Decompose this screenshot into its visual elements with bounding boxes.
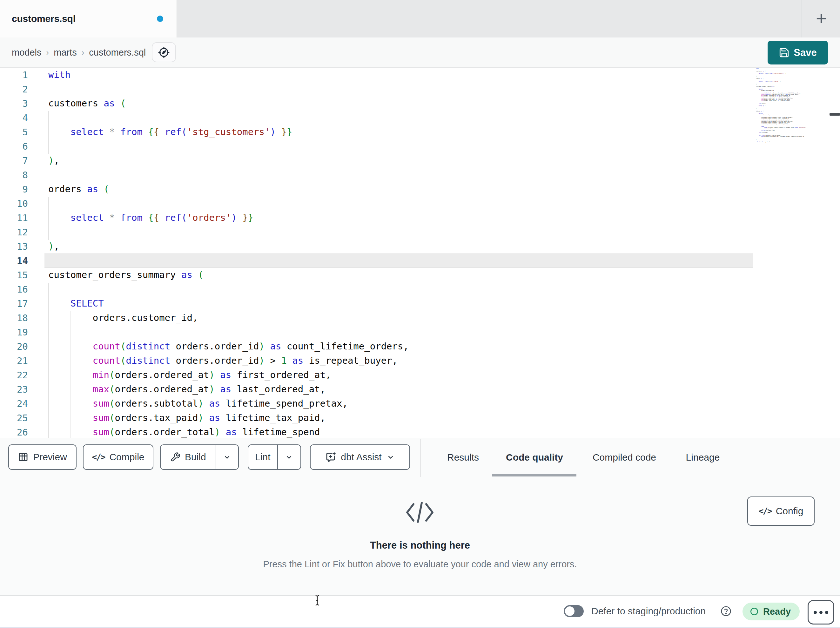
code-line-15[interactable]: 15customer_orders_summary as (	[0, 268, 753, 282]
save-button[interactable]: Save	[767, 41, 828, 65]
more-options-button[interactable]	[808, 600, 834, 625]
line-number: 14	[0, 255, 44, 266]
code-text[interactable]	[44, 82, 753, 96]
help-icon[interactable]	[720, 606, 732, 617]
code-text[interactable]	[44, 139, 753, 153]
code-line-6[interactable]: 6	[0, 139, 753, 153]
tab-code-quality[interactable]: Code quality	[498, 438, 571, 477]
window-bottom-edge	[0, 627, 840, 628]
save-button-label: Save	[794, 47, 816, 59]
code-text[interactable]: select * from {{ ref('stg_customers') }}	[44, 125, 753, 139]
code-text[interactable]: ),	[44, 239, 753, 253]
code-text[interactable]: ),	[44, 153, 753, 168]
line-number: 21	[0, 356, 44, 366]
code-line-16[interactable]: 16	[0, 282, 753, 296]
code-line-21[interactable]: 21 count(distinct orders.order_id) > 1 a…	[0, 354, 753, 368]
build-options-button[interactable]	[216, 445, 238, 469]
defer-toggle[interactable]	[564, 605, 584, 617]
code-text[interactable]: customer_orders_summary as (	[44, 268, 753, 282]
editor-lines: 1with23customers as (45 select * from {{…	[0, 68, 753, 438]
code-line-9[interactable]: 9orders as (	[0, 182, 753, 196]
code-line-22[interactable]: 22 min(orders.ordered_at) as first_order…	[0, 368, 753, 382]
code-text[interactable]	[44, 325, 753, 339]
line-number: 5	[0, 127, 44, 138]
file-tab-customers-sql[interactable]: customers.sql	[0, 0, 177, 38]
breadcrumb-item-customers-sql: customers.sql	[89, 47, 146, 58]
code-line-17[interactable]: 17 SELECT	[0, 296, 753, 311]
breadcrumb-item-marts[interactable]: marts	[54, 47, 77, 58]
code-line-25[interactable]: 25 sum(orders.tax_paid) as lifetime_tax_…	[0, 411, 753, 425]
breadcrumb-bar: models › marts › customers.sql	[0, 38, 840, 68]
code-line-14[interactable]: 14	[0, 253, 753, 268]
editor-scrollbar-thumb[interactable]	[829, 113, 840, 115]
code-text[interactable]: SELECT	[44, 296, 753, 311]
line-number: 7	[0, 155, 44, 166]
status-badge-label: Ready	[763, 606, 791, 617]
code-line-1[interactable]: 1with	[0, 68, 753, 82]
code-text[interactable]: customers as (	[44, 96, 753, 111]
code-line-24[interactable]: 24 sum(orders.subtotal) as lifetime_spen…	[0, 396, 753, 411]
code-line-8[interactable]: 8	[0, 168, 753, 182]
code-text[interactable]: min(orders.ordered_at) as first_ordered_…	[44, 368, 753, 382]
code-line-12[interactable]: 12	[0, 225, 753, 239]
line-number: 24	[0, 398, 44, 409]
build-button[interactable]: Build	[161, 445, 216, 469]
code-line-7[interactable]: 7),	[0, 153, 753, 168]
preview-button[interactable]: Preview	[8, 445, 77, 470]
save-icon	[779, 47, 789, 58]
code-text[interactable]: max(orders.ordered_at) as last_ordered_a…	[44, 382, 753, 396]
assist-chat-sparkle-icon	[325, 451, 336, 463]
line-number: 3	[0, 98, 44, 109]
code-text[interactable]: select * from {{ ref('orders') }}	[44, 210, 753, 225]
dbt-cloud-ide: customers.sql + models › marts › custome…	[0, 0, 840, 628]
line-number: 25	[0, 413, 44, 424]
code-text[interactable]	[44, 111, 753, 125]
config-button[interactable]: </> Config	[747, 497, 815, 526]
line-number: 26	[0, 427, 44, 438]
breadcrumb-item-models[interactable]: models	[12, 47, 42, 58]
code-text[interactable]: count(distinct orders.order_id) as count…	[44, 339, 753, 354]
line-number: 6	[0, 141, 44, 152]
code-line-20[interactable]: 20 count(distinct orders.order_id) as co…	[0, 339, 753, 354]
build-split-button: Build	[160, 445, 239, 470]
defer-label: Defer to staging/production	[591, 596, 706, 627]
lint-button[interactable]: Lint	[248, 445, 277, 469]
code-text[interactable]: orders as (	[44, 182, 753, 196]
code-text[interactable]: sum(orders.subtotal) as lifetime_spend_p…	[44, 396, 753, 411]
code-line-2[interactable]: 2	[0, 82, 753, 96]
compile-button[interactable]: </> Compile	[83, 445, 153, 470]
code-text[interactable]	[44, 168, 753, 182]
table-icon	[18, 452, 28, 462]
code-editor[interactable]: 1with23customers as (45 select * from {{…	[0, 68, 840, 438]
tab-results[interactable]: Results	[439, 438, 487, 477]
code-text[interactable]	[44, 225, 753, 239]
preview-button-label: Preview	[33, 452, 67, 462]
new-tab-button[interactable]: +	[809, 6, 833, 30]
code-line-18[interactable]: 18 orders.customer_id,	[0, 311, 753, 325]
code-text[interactable]	[44, 282, 753, 296]
tab-lineage[interactable]: Lineage	[677, 438, 728, 477]
code-line-23[interactable]: 23 max(orders.ordered_at) as last_ordere…	[0, 382, 753, 396]
code-text[interactable]: with	[44, 68, 753, 82]
code-text[interactable]: count(distinct orders.order_id) > 1 as i…	[44, 354, 753, 368]
code-line-4[interactable]: 4	[0, 111, 753, 125]
tab-compiled-code[interactable]: Compiled code	[583, 438, 666, 477]
code-text[interactable]	[44, 196, 753, 210]
code-text[interactable]: orders.customer_id,	[44, 311, 753, 325]
dbt-assist-button[interactable]: dbt Assist	[310, 445, 410, 470]
explore-lineage-button[interactable]	[152, 42, 176, 62]
code-line-13[interactable]: 13),	[0, 239, 753, 253]
lint-options-button[interactable]	[278, 445, 300, 469]
code-text[interactable]: sum(orders.tax_paid) as lifetime_tax_pai…	[44, 411, 753, 425]
code-line-3[interactable]: 3customers as (	[0, 96, 753, 111]
ellipsis-icon	[814, 611, 817, 614]
code-line-5[interactable]: 5 select * from {{ ref('stg_customers') …	[0, 125, 753, 139]
code-text[interactable]: sum(orders.order_total) as lifetime_spen…	[44, 425, 753, 438]
code-line-11[interactable]: 11 select * from {{ ref('orders') }}	[0, 210, 753, 225]
code-line-19[interactable]: 19	[0, 325, 753, 339]
status-circle-icon	[750, 607, 759, 616]
minimap[interactable]: withcustomers as ( select * from {{ ref(…	[756, 68, 828, 160]
code-line-26[interactable]: 26 sum(orders.order_total) as lifetime_s…	[0, 425, 753, 438]
code-line-10[interactable]: 10	[0, 196, 753, 210]
code-text[interactable]	[44, 253, 753, 268]
